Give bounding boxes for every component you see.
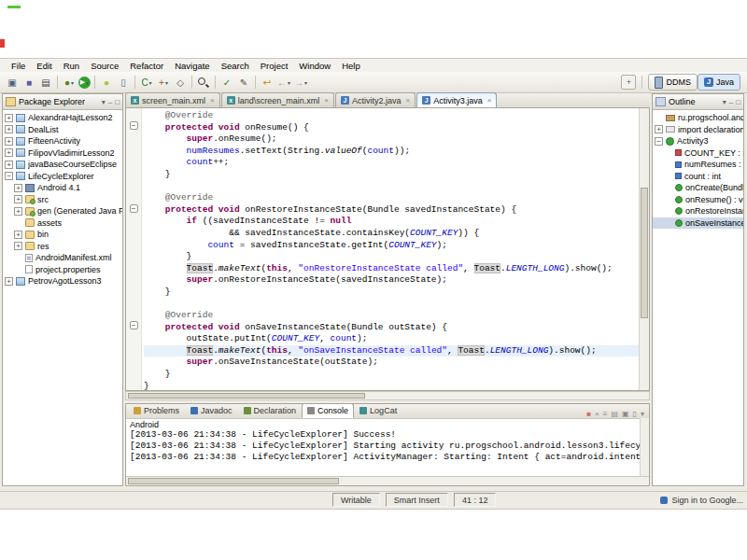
tree-expander-icon[interactable]: + bbox=[5, 161, 13, 169]
outline-item[interactable]: onCreate(Bundle) bbox=[653, 182, 743, 194]
open-type-icon[interactable]: ◇ bbox=[173, 75, 188, 90]
maximize-view-icon[interactable] bbox=[736, 98, 740, 106]
remove-all-icon[interactable]: ≡ bbox=[603, 410, 608, 418]
console-horizontal-scrollbar[interactable] bbox=[126, 476, 649, 485]
fold-collapse-icon[interactable]: − bbox=[130, 204, 138, 213]
new-icon[interactable]: ▣ bbox=[5, 75, 20, 90]
android-sdk-manager-icon[interactable]: ● bbox=[99, 75, 114, 90]
editor-tab-land-screen-main-xml[interactable]: xland\screen_main.xml bbox=[221, 92, 334, 107]
terminate-icon[interactable]: ■ bbox=[586, 410, 591, 418]
menu-source[interactable]: Source bbox=[85, 61, 124, 71]
outline-item[interactable]: −Activity3 bbox=[653, 135, 743, 147]
view-menu-icon[interactable] bbox=[102, 98, 106, 106]
view-menu-icon[interactable] bbox=[723, 98, 726, 106]
perspective-java[interactable]: JJava bbox=[698, 74, 740, 91]
console-tab-logcat[interactable]: LogCat bbox=[354, 403, 402, 418]
package-explorer-item[interactable]: +FilipovVladimirLesson2 bbox=[3, 147, 122, 160]
editor-tab-screen-main-xml[interactable]: xscreen_main.xml bbox=[125, 92, 220, 107]
outline-item[interactable]: +import declarations bbox=[653, 124, 743, 136]
tree-expander-icon[interactable]: − bbox=[655, 137, 663, 146]
package-explorer-item[interactable]: +Android 4.1 bbox=[3, 182, 122, 194]
annotations-icon[interactable]: ✎ bbox=[236, 75, 251, 90]
package-explorer-item[interactable]: +AlexandraHajtLesson2 bbox=[3, 112, 122, 124]
code-content[interactable]: @Override protected void onResume() { su… bbox=[144, 110, 640, 390]
console-tab-declaration[interactable]: Declaration bbox=[238, 403, 303, 418]
editor-vertical-scrollbar[interactable] bbox=[639, 108, 649, 390]
editor-horizontal-scrollbar[interactable] bbox=[125, 391, 650, 400]
print-icon[interactable]: ▤ bbox=[38, 75, 53, 90]
package-explorer-item[interactable]: +src bbox=[3, 194, 122, 206]
menu-window[interactable]: Window bbox=[293, 61, 336, 71]
package-explorer-item[interactable]: +res bbox=[3, 241, 122, 253]
new-java-class-icon[interactable]: C bbox=[139, 75, 154, 90]
package-explorer-item[interactable]: AndroidManifest.xml bbox=[3, 252, 122, 264]
search-icon[interactable] bbox=[196, 76, 211, 89]
package-explorer-item[interactable]: +PetrovAgotLesson3 bbox=[3, 275, 122, 287]
package-explorer-item[interactable]: +bin bbox=[3, 229, 122, 241]
menu-search[interactable]: Search bbox=[216, 61, 255, 71]
menu-run[interactable]: Run bbox=[58, 61, 85, 71]
console-vertical-scrollbar[interactable] bbox=[640, 418, 649, 477]
console-tab-problems[interactable]: Problems bbox=[128, 403, 185, 418]
outline-item[interactable]: onResume() : void bbox=[653, 194, 743, 206]
tree-expander-icon[interactable]: + bbox=[14, 207, 22, 216]
editor-tab-activity3-java[interactable]: JActivity3.java bbox=[416, 92, 497, 107]
tree-expander-icon[interactable]: + bbox=[5, 125, 13, 133]
close-tab-icon[interactable] bbox=[324, 96, 329, 105]
run-icon[interactable]: ▶ bbox=[78, 77, 91, 89]
open-perspective-icon[interactable]: + bbox=[621, 75, 636, 90]
tree-expander-icon[interactable]: + bbox=[5, 114, 13, 122]
tree-expander-icon[interactable]: + bbox=[14, 231, 22, 239]
package-explorer-item[interactable]: −LifeCycleExplorer bbox=[3, 171, 122, 183]
tree-expander-icon[interactable]: + bbox=[655, 125, 663, 133]
remove-launch-icon[interactable]: × bbox=[595, 410, 599, 418]
save-icon[interactable]: ■ bbox=[21, 75, 36, 90]
outline-item[interactable]: onRestoreInstanceState bbox=[653, 205, 743, 217]
minimize-view-icon[interactable] bbox=[729, 98, 733, 106]
package-explorer-item[interactable]: +gen (Generated Java Files) bbox=[3, 205, 122, 217]
outline-item[interactable]: count : int bbox=[653, 171, 743, 183]
tree-expander-icon[interactable]: + bbox=[14, 184, 22, 192]
package-explorer-item[interactable]: +DealList bbox=[3, 124, 122, 136]
tree-expander-icon[interactable]: + bbox=[5, 277, 13, 286]
new-package-icon[interactable]: + bbox=[156, 75, 171, 90]
maximize-view-icon[interactable] bbox=[115, 98, 120, 106]
outline-item[interactable]: numResumes : TextV bbox=[653, 159, 743, 171]
package-explorer-item[interactable]: +FifteenActivity bbox=[3, 135, 122, 147]
outline-item[interactable]: onSaveInstanceState bbox=[653, 217, 743, 230]
clear-icon[interactable]: ▤ bbox=[611, 410, 618, 418]
menu-edit[interactable]: Edit bbox=[31, 61, 57, 71]
tree-expander-icon[interactable]: + bbox=[5, 148, 13, 157]
forward-icon[interactable]: → bbox=[293, 75, 308, 90]
perspective-ddms[interactable]: DDMS bbox=[648, 74, 698, 91]
tree-expander-icon[interactable]: − bbox=[5, 172, 13, 180]
console-output[interactable]: [2013-03-06 21:34:38 - LifeCycleExplorer… bbox=[126, 429, 640, 476]
coverage-icon[interactable]: ✓ bbox=[219, 75, 234, 90]
close-tab-icon[interactable] bbox=[210, 96, 215, 105]
view-menu-icon[interactable]: ▾ bbox=[641, 410, 644, 418]
scroll-lock-icon[interactable]: ▣ bbox=[622, 410, 629, 418]
pin-icon[interactable]: ▯ bbox=[633, 410, 637, 418]
code-editor[interactable]: −−− @Override protected void onResume() … bbox=[125, 108, 650, 391]
close-tab-icon[interactable] bbox=[487, 96, 492, 105]
fold-collapse-icon[interactable]: − bbox=[130, 121, 138, 130]
console-tab-javadoc[interactable]: Javadoc bbox=[185, 403, 238, 418]
menu-navigate[interactable]: Navigate bbox=[169, 61, 216, 71]
package-explorer-item[interactable]: assets bbox=[3, 217, 122, 230]
last-edit-location-icon[interactable]: ↩ bbox=[260, 75, 275, 90]
console-tab-console[interactable]: Console bbox=[302, 403, 354, 418]
avd-manager-icon[interactable]: ▯ bbox=[116, 75, 131, 90]
outline-item[interactable]: COUNT_KEY : String bbox=[653, 147, 743, 160]
close-tab-icon[interactable] bbox=[405, 96, 410, 105]
menu-file[interactable]: File bbox=[6, 61, 31, 71]
editor-tab-activity2-java[interactable]: JActivity2.java bbox=[335, 92, 416, 107]
menu-refactor[interactable]: Refactor bbox=[124, 61, 169, 71]
menu-help[interactable]: Help bbox=[336, 61, 366, 71]
menu-project[interactable]: Project bbox=[255, 61, 294, 71]
minimize-view-icon[interactable] bbox=[108, 98, 112, 106]
package-explorer-item[interactable]: +javaBaseCourseEclipse bbox=[3, 159, 122, 171]
fold-collapse-icon[interactable]: − bbox=[130, 321, 138, 329]
sign-in-button[interactable]: Sign in to Google... bbox=[660, 496, 743, 505]
tree-expander-icon[interactable]: + bbox=[14, 242, 22, 250]
package-explorer-item[interactable]: project.properties bbox=[3, 264, 122, 276]
